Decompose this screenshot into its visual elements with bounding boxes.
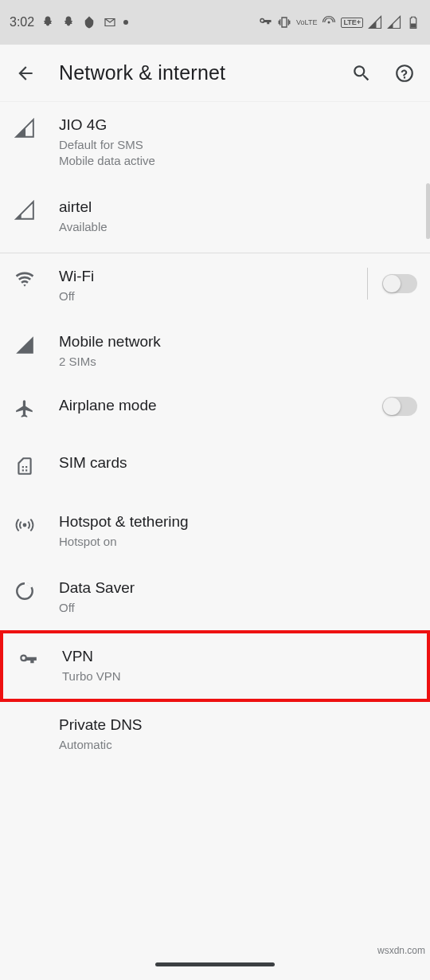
help-icon [394,63,415,84]
vpn-row[interactable]: VPN Turbo VPN [0,630,430,702]
hotspot-icon [14,513,59,535]
item-subtitle: Turbo VPN [62,668,414,684]
hotspot-row[interactable]: Hotspot & tethering Hotspot on [0,499,430,564]
item-title: Wi-Fi [59,268,361,285]
data-saver-row[interactable]: Data Saver Off [0,565,430,630]
app-bar: Network & internet [0,45,430,102]
item-title: Mobile network [59,333,417,351]
search-icon [351,63,372,84]
gmail-icon [103,15,117,29]
divider [367,268,368,300]
settings-list: JIO 4G Default for SMSMobile data active… [0,102,430,767]
item-subtitle: Hotspot on [59,534,417,550]
item-title: Data Saver [59,579,417,597]
do-not-disturb-icon [82,15,96,29]
back-arrow-icon [15,63,36,84]
item-subtitle: Off [59,600,417,616]
sim-subtitle: Default for SMSMobile data active [59,137,417,170]
item-title: Airplane mode [59,397,376,414]
item-subtitle: Automatic [59,737,417,753]
status-bar: 3:02 VoLTE LTE+ [0,0,430,45]
signal-icon [14,198,59,221]
signal-icon [387,15,401,29]
wifi-row[interactable]: Wi-Fi Off [0,253,430,319]
volte-indicator: VoLTE [296,19,317,26]
back-button[interactable] [11,59,40,88]
blank-icon [14,716,59,718]
item-title: VPN [62,648,414,665]
vpn-key-icon [258,15,272,29]
snapchat-icon [41,15,55,29]
sim-card-icon [14,454,59,476]
vpn-key-icon [18,648,62,670]
mobile-network-row[interactable]: Mobile network 2 SIMs [0,319,430,384]
lte-indicator: LTE+ [341,18,363,28]
svg-point-1 [23,523,27,527]
vibrate-icon [277,15,291,29]
sim-row-jio[interactable]: JIO 4G Default for SMSMobile data active [0,102,430,184]
svg-point-0 [328,22,330,24]
status-time: 3:02 [10,15,34,29]
item-title: SIM cards [59,454,417,472]
hotspot-indicator-icon [322,15,336,29]
sim-cards-row[interactable]: SIM cards [0,441,430,499]
item-subtitle: 2 SIMs [59,354,417,370]
wifi-icon [14,268,59,290]
wifi-toggle[interactable] [382,274,417,293]
signal-icon [368,15,382,29]
airplane-mode-row[interactable]: Airplane mode [0,384,430,441]
item-title: Hotspot & tethering [59,513,417,531]
sim-row-airtel[interactable]: airtel Available [0,184,430,249]
gesture-nav-bar[interactable] [0,948,430,980]
private-dns-row[interactable]: Private DNS Automatic [0,702,430,767]
airplane-toggle[interactable] [382,397,417,416]
search-button[interactable] [347,59,376,88]
airplane-icon [14,397,59,419]
signal-full-icon [14,333,59,355]
battery-icon [406,15,420,29]
signal-icon [14,116,59,139]
nav-handle [155,962,275,966]
more-notifications-dot [123,20,128,25]
help-button[interactable] [390,59,419,88]
page-title: Network & internet [59,61,225,84]
sim-name: JIO 4G [59,116,417,134]
item-subtitle: Off [59,288,361,304]
data-saver-icon [14,579,59,602]
sim-name: airtel [59,198,417,216]
sim-subtitle: Available [59,219,417,235]
item-title: Private DNS [59,716,417,734]
scrollbar-thumb[interactable] [426,183,430,239]
snapchat-icon [61,15,76,29]
